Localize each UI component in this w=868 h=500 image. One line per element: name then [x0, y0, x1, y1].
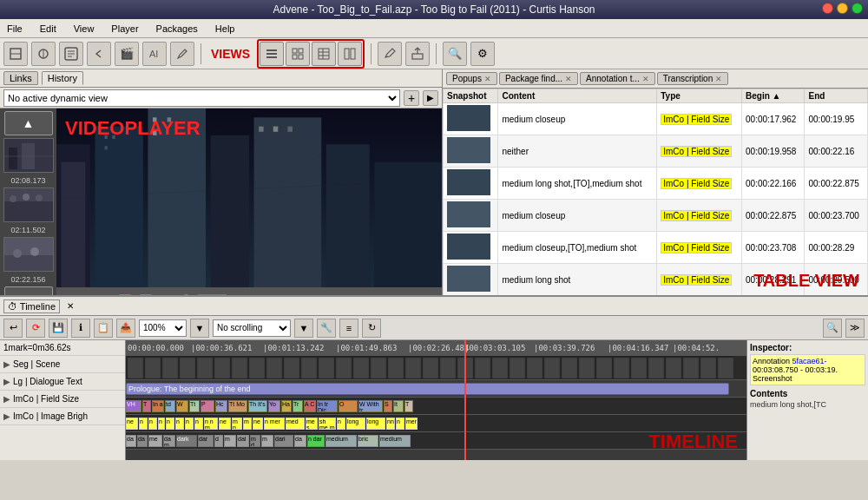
svg-rect-10 — [299, 49, 303, 53]
tl-expand-scene[interactable]: ▶ Seg | Scene — [0, 356, 125, 373]
close-transcription-icon[interactable]: ✕ — [715, 75, 722, 83]
col-type: Type — [657, 89, 742, 103]
toolbar-btn-5[interactable]: 🎬 — [115, 42, 139, 66]
view-list-btn[interactable] — [260, 42, 284, 66]
tl-expand-dialogue[interactable]: ▶ Lg | Dialogue Text — [0, 373, 125, 391]
timeline-close-icon[interactable]: ✕ — [67, 301, 74, 311]
svg-rect-69 — [214, 358, 230, 378]
table-row[interactable]: medium long shot,[TO],medium shotImCo | … — [444, 168, 868, 200]
toolbar-export-btn[interactable] — [405, 42, 430, 66]
close-annotation-icon[interactable]: ✕ — [642, 75, 649, 83]
timeline-tab[interactable]: ⏱ Timeline — [3, 299, 60, 313]
window-title: Advene - Too_Big_to_Fail.azp - Too Big t… — [273, 3, 595, 16]
table-row[interactable]: medium closeup,[TO],medium shotImCo | Fi… — [444, 232, 868, 264]
tl-expand-brightness[interactable]: ▶ ImCo | Image Brigh — [0, 408, 125, 425]
tl-info-btn[interactable]: ℹ — [71, 319, 90, 338]
history-thumb-1[interactable] — [3, 138, 54, 173]
toolbar-settings-btn[interactable]: ⚙ — [470, 42, 495, 66]
tab-transcription[interactable]: Transcription ✕ — [657, 72, 728, 85]
minimize-button[interactable] — [837, 3, 848, 14]
dynamic-view-go[interactable]: ▶ — [423, 90, 438, 106]
close-popups-icon[interactable]: ✕ — [484, 75, 491, 83]
time-ruler: 00:00:00.000 |00:00:36.621 |00:01:13.242… — [126, 340, 746, 356]
svg-rect-59 — [447, 266, 490, 292]
svg-rect-96 — [683, 358, 699, 378]
contents-value: medium long shot,[TC — [750, 400, 865, 409]
annotation-badge[interactable]: Annotation 5facae61- 00:03:08.750 - 00:0… — [750, 354, 865, 385]
table-row[interactable]: medium closeupImCo | Field Size00:00:22.… — [444, 200, 868, 232]
tl-extra-btn[interactable]: ≫ — [845, 319, 865, 338]
tl-filmstrip-row — [126, 356, 746, 380]
cell-snapshot — [444, 135, 498, 168]
toolbar-edit-btn[interactable] — [378, 42, 402, 66]
tl-tools-btn[interactable]: 🔧 — [317, 319, 336, 338]
menu-file[interactable]: File — [3, 23, 26, 35]
svg-rect-6 — [266, 49, 277, 51]
menu-view[interactable]: View — [70, 23, 98, 35]
menu-player[interactable]: Player — [108, 23, 141, 35]
tl-fieldsize-track: ne n n n n n n n n n m ne m n m ne n mer… — [126, 415, 746, 432]
maximize-button[interactable] — [852, 3, 863, 14]
tl-expand-fieldsize[interactable]: ▶ ImCo | Field Size — [0, 391, 125, 408]
menu-packages[interactable]: Packages — [153, 23, 201, 35]
history-nav-up[interactable]: ▲ — [4, 111, 53, 135]
tab-links[interactable]: Links — [3, 71, 38, 85]
svg-rect-54 — [447, 105, 490, 131]
history-thumb-3[interactable] — [3, 237, 54, 272]
tl-scroll-drop[interactable]: ▼ — [294, 319, 313, 338]
svg-rect-17 — [345, 49, 349, 59]
tab-history[interactable]: History — [42, 71, 83, 85]
table-row[interactable]: neitherImCo | Field Size00:00:19.95800:0… — [444, 135, 868, 168]
view-detail-btn[interactable] — [338, 42, 362, 66]
svg-rect-39 — [211, 135, 249, 287]
svg-rect-26 — [4, 201, 54, 222]
svg-rect-81 — [423, 358, 438, 378]
cell-type: ImCo | Field Size — [657, 135, 742, 168]
toolbar-btn-3[interactable] — [59, 42, 83, 66]
svg-rect-11 — [293, 55, 297, 59]
toolbar-btn-1[interactable] — [3, 42, 28, 66]
tab-package-find[interactable]: Package find... ✕ — [499, 72, 578, 85]
toolbar-btn-pencil[interactable] — [170, 42, 194, 66]
expand-icon-fieldsize[interactable]: ▶ — [3, 394, 10, 404]
svg-rect-58 — [447, 234, 490, 260]
svg-rect-98 — [718, 358, 733, 378]
view-grid-btn[interactable] — [286, 42, 310, 66]
tl-redo-btn[interactable]: ⟳ — [26, 319, 45, 338]
history-thumb-2[interactable] — [3, 188, 54, 222]
close-package-icon[interactable]: ✕ — [565, 75, 572, 83]
tl-refresh-btn[interactable]: ↻ — [362, 319, 381, 338]
tl-save-btn[interactable]: 💾 — [49, 319, 68, 338]
expand-icon-dialogue[interactable]: ▶ — [3, 377, 10, 386]
toolbar-search-btn[interactable]: 🔍 — [443, 42, 467, 66]
inspector-panel: Inspector: Annotation 5facae61- 00:03:08… — [746, 340, 868, 460]
tl-zoom-down[interactable]: ▼ — [190, 319, 209, 338]
scene-segment-1[interactable]: Prologue: The beginning of the end — [126, 383, 729, 395]
tl-zoom-select[interactable]: 100% — [139, 319, 187, 337]
annotation-table: Snapshot Content Type Begin ▲ End medium… — [443, 89, 868, 295]
tl-search-btn[interactable]: 🔍 — [823, 319, 842, 338]
table-row[interactable]: medium closeupImCo | Field Size00:00:17.… — [444, 103, 868, 135]
close-button[interactable] — [822, 3, 833, 14]
expand-icon-scene[interactable]: ▶ — [3, 359, 10, 369]
toolbar-btn-back[interactable] — [87, 42, 111, 66]
tl-btn6[interactable]: 📤 — [116, 319, 135, 338]
tab-popups[interactable]: Popups ✕ — [446, 72, 497, 85]
tab-annotation[interactable]: Annotation t... ✕ — [580, 72, 655, 85]
expand-icon-brightness[interactable]: ▶ — [3, 411, 10, 421]
svg-rect-57 — [447, 201, 490, 227]
dynamic-view-select[interactable]: No active dynamic view — [3, 89, 400, 107]
toolbar-btn-2[interactable] — [31, 42, 56, 66]
view-table-btn[interactable] — [312, 42, 336, 66]
tl-btn5[interactable]: 📋 — [94, 319, 113, 338]
cell-begin: 00:00:23.708 — [742, 232, 805, 264]
dynamic-view-add[interactable]: + — [404, 90, 419, 106]
tl-undo-btn[interactable]: ↩ — [3, 319, 23, 338]
tl-stack-btn[interactable]: ≡ — [339, 319, 358, 338]
menu-help[interactable]: Help — [212, 23, 239, 35]
toolbar-btn-6[interactable]: AI — [142, 42, 167, 66]
tl-scroll-select[interactable]: No scrolling — [213, 319, 291, 337]
time-mark-6: |00:03:39.726 — [534, 344, 595, 352]
cell-begin: 00:00:19.958 — [742, 135, 805, 168]
menu-edit[interactable]: Edit — [36, 23, 60, 35]
